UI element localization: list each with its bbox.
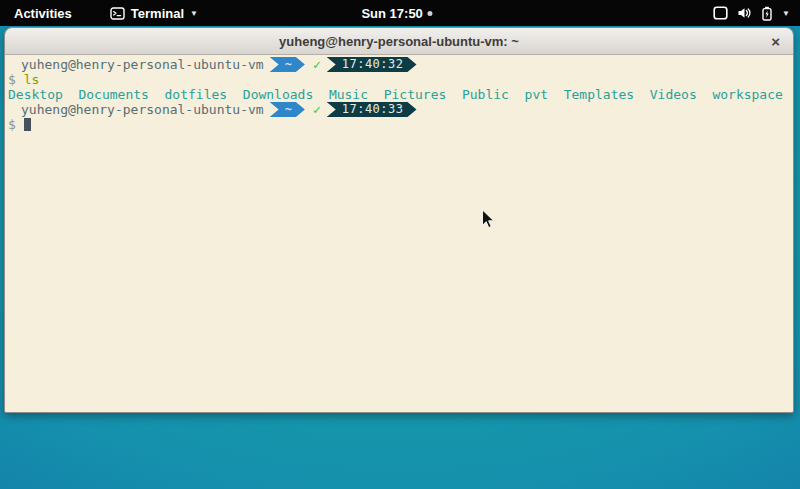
- chevron-down-icon: ▼: [782, 10, 790, 18]
- close-icon[interactable]: ×: [771, 28, 780, 54]
- clock-label: Sun 17:50: [361, 6, 422, 21]
- volume-icon: [737, 6, 752, 20]
- status-check-icon: ✓: [313, 102, 321, 117]
- terminal-app-icon: [110, 7, 125, 20]
- prompt-cwd-badge: ~: [270, 57, 305, 72]
- app-menu-label: Terminal: [131, 6, 184, 21]
- activities-button[interactable]: Activities: [10, 4, 76, 23]
- screen-icon: [713, 6, 728, 20]
- terminal-cursor: [24, 118, 31, 131]
- prompt-symbol: $: [8, 117, 16, 132]
- prompt-host: yuheng@henry-personal-ubuntu-vm: [21, 102, 264, 117]
- gnome-top-bar: Activities Terminal ▼ Sun 17:50: [0, 0, 800, 26]
- prompt-line: yuheng@henry-personal-ubuntu-vm ~ ✓ 17:4…: [8, 57, 793, 72]
- prompt-host: yuheng@henry-personal-ubuntu-vm: [21, 57, 264, 72]
- prompt-time-badge: 17:40:32: [327, 57, 417, 72]
- window-titlebar[interactable]: yuheng@henry-personal-ubuntu-vm: ~ ×: [5, 28, 793, 55]
- command-line: $ ls: [8, 72, 793, 87]
- mouse-cursor-icon: [481, 209, 495, 233]
- typed-command: ls: [24, 72, 40, 87]
- chevron-down-icon: ▼: [190, 10, 198, 18]
- prompt-symbol: $: [8, 72, 16, 87]
- prompt-line: yuheng@henry-personal-ubuntu-vm ~ ✓ 17:4…: [8, 102, 793, 117]
- app-menu-terminal[interactable]: Terminal ▼: [110, 6, 198, 21]
- current-command-line: $: [8, 117, 793, 132]
- window-title: yuheng@henry-personal-ubuntu-vm: ~: [279, 34, 519, 49]
- notification-dot-icon: [428, 11, 433, 16]
- terminal-content[interactable]: yuheng@henry-personal-ubuntu-vm ~ ✓ 17:4…: [5, 55, 793, 412]
- prompt-time-badge: 17:40:33: [327, 102, 417, 117]
- system-status-menu[interactable]: ▼: [713, 6, 790, 21]
- status-check-icon: ✓: [313, 57, 321, 72]
- terminal-window: yuheng@henry-personal-ubuntu-vm: ~ × yuh…: [4, 27, 794, 413]
- clock-button[interactable]: Sun 17:50: [361, 0, 432, 26]
- battery-charging-icon: [761, 6, 773, 21]
- prompt-cwd-badge: ~: [270, 102, 305, 117]
- ls-output: Desktop Documents dotfiles Downloads Mus…: [8, 87, 793, 102]
